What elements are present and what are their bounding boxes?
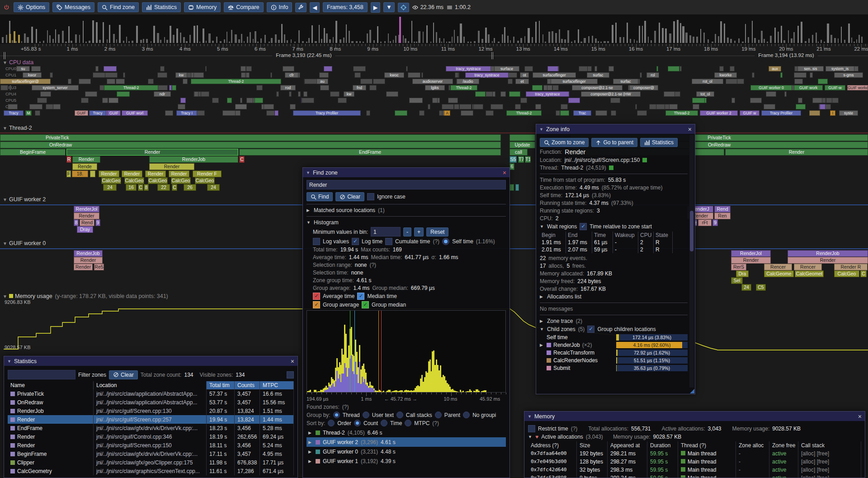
cpu-zone-chip[interactable] bbox=[610, 98, 620, 103]
cpu-zone-chip[interactable] bbox=[264, 104, 274, 109]
radio-thread[interactable] bbox=[333, 412, 340, 418]
zone-chip[interactable]: CalcGeo bbox=[124, 177, 144, 184]
cpu-zone-chip[interactable] bbox=[693, 104, 699, 109]
memory-col-header-size[interactable]: Size bbox=[577, 441, 608, 450]
found-zone-row[interactable]: ▶GUIF worker 2(3,296)4.61 s bbox=[307, 437, 506, 447]
radio-parent[interactable] bbox=[435, 412, 442, 418]
cpu-zone-chip[interactable] bbox=[515, 104, 521, 109]
radio-user-text[interactable] bbox=[363, 412, 369, 418]
alloc-call-stack[interactable]: [alloc] [free] bbox=[798, 466, 861, 474]
radio-order[interactable] bbox=[328, 420, 335, 426]
wait-col-header[interactable]: Begin bbox=[540, 232, 566, 239]
cpu-zone-chip[interactable] bbox=[752, 72, 755, 78]
zone-chip[interactable]: T1 bbox=[525, 156, 531, 163]
stats-col-header-name[interactable]: Name bbox=[8, 381, 94, 389]
wait-regions-header[interactable]: Wait regions bbox=[547, 223, 577, 230]
zone-chip[interactable]: Render bbox=[99, 170, 119, 177]
cpu-zone-chip[interactable]: Thread-2 bbox=[665, 110, 698, 116]
zone-chip[interactable]: 24 bbox=[741, 284, 751, 291]
cpu-zone-chip[interactable]: Thread-2 bbox=[506, 110, 542, 116]
stats-row-name[interactable]: RenderJob bbox=[8, 407, 94, 415]
cpu-zone-chip[interactable] bbox=[395, 110, 407, 116]
cpu-zone-chip[interactable] bbox=[692, 98, 705, 103]
cpu-zone-chip[interactable] bbox=[547, 66, 558, 71]
cpu-zone-chip[interactable] bbox=[222, 110, 236, 116]
thread-header-guif-worker-0[interactable]: ▼GUIF worker 0 bbox=[3, 240, 46, 246]
thread-header-thread-2[interactable]: ▼Thread-2 bbox=[3, 125, 32, 131]
cpu-zone-chip[interactable] bbox=[611, 110, 616, 116]
scrollbar-thumb[interactable] bbox=[690, 211, 693, 251]
stats-row-location[interactable]: jni/../jni/src/guif/Screen.cpp:257 bbox=[94, 415, 207, 424]
cpu-zone-chip[interactable]: I bbox=[830, 110, 835, 116]
cpu-data-header[interactable]: ▼CPU data bbox=[3, 59, 33, 66]
cpu-zone-chip[interactable] bbox=[491, 104, 503, 109]
alloc-address[interactable]: 0x7dfc42d640 bbox=[528, 466, 577, 474]
zone-chip[interactable]: rFt bbox=[698, 219, 712, 226]
zone-chip[interactable] bbox=[515, 184, 519, 191]
zone-chip[interactable]: Render bbox=[788, 257, 868, 264]
stats-row-mtpc[interactable]: 15.56 ms bbox=[260, 398, 294, 407]
cpu-zone-chip[interactable]: GUIF bbox=[107, 110, 121, 116]
cpu-zone-chip[interactable]: syste bbox=[839, 110, 858, 116]
cpu-zone-chip[interactable] bbox=[283, 66, 294, 71]
cpu-zone-chip[interactable] bbox=[439, 110, 443, 116]
toggle-log-time[interactable] bbox=[352, 238, 359, 245]
cpu-zone-chip[interactable]: surface bbox=[494, 66, 519, 71]
zone-chip[interactable]: Render bbox=[74, 264, 93, 270]
group-children-checkbox[interactable] bbox=[587, 326, 594, 333]
cpu-zone-chip[interactable]: system_is bbox=[826, 66, 854, 71]
scrollbar[interactable] bbox=[689, 135, 694, 388]
expand-icon[interactable]: ▶ bbox=[308, 431, 313, 435]
cpu-zone-chip[interactable] bbox=[640, 72, 642, 78]
cpu-zone-chip[interactable] bbox=[656, 66, 658, 71]
cpu-zone-chip[interactable] bbox=[679, 66, 682, 71]
cpu-zone-chip[interactable] bbox=[520, 98, 527, 103]
wait-col-header[interactable]: State bbox=[654, 232, 673, 239]
cpu-zone-chip[interactable] bbox=[35, 110, 40, 116]
zone-chip[interactable]: Render bbox=[72, 156, 100, 163]
cpu-zone-chip[interactable] bbox=[635, 104, 637, 109]
cpu-zone-chip[interactable] bbox=[197, 110, 205, 116]
cpu-zone-chip[interactable]: tracy_systrace bbox=[446, 66, 491, 71]
zone-chip[interactable]: 16 bbox=[126, 184, 137, 191]
cpu-zone-chip[interactable]: surfac bbox=[587, 72, 609, 78]
cpu-zone-chip[interactable] bbox=[276, 91, 279, 97]
cpu-zone-chip[interactable] bbox=[369, 85, 377, 90]
cpu-zone-chip[interactable] bbox=[668, 66, 679, 71]
reset-button[interactable]: Reset bbox=[426, 227, 448, 237]
cpu-zone-chip[interactable]: GUIF worker bbox=[847, 85, 868, 90]
stats-row-mtpc[interactable]: 69.24 µs bbox=[260, 432, 294, 441]
wait-col-header[interactable]: Time bbox=[592, 232, 613, 239]
stats-row-name[interactable]: EndFrame bbox=[8, 424, 94, 432]
found-zones-help[interactable]: (?) bbox=[342, 404, 349, 410]
cpu-zone-chip[interactable] bbox=[421, 72, 423, 78]
cpu-zone-chip[interactable] bbox=[29, 104, 42, 109]
zone-chip[interactable]: Rend bbox=[80, 219, 94, 226]
cpu-zone-chip[interactable] bbox=[428, 104, 430, 109]
jump-down-button[interactable]: ▼ bbox=[383, 2, 394, 12]
stats-row-count[interactable]: 3,457 bbox=[235, 398, 260, 407]
alloc-address[interactable]: 0x7dfaa64e00 bbox=[528, 450, 577, 458]
cpu-zone-chip[interactable] bbox=[330, 91, 340, 97]
child-zone-row[interactable]: Self time172.14 µs (3.83%) bbox=[540, 334, 688, 341]
zone-chip[interactable] bbox=[509, 134, 535, 141]
zone-chip[interactable]: T7 bbox=[518, 156, 524, 163]
zone-chip[interactable]: Sel bbox=[731, 277, 743, 284]
go-to-parent-button[interactable]: Go to parent bbox=[591, 138, 637, 147]
zone-chip[interactable]: R bbox=[66, 156, 71, 163]
zone-chip[interactable]: C bbox=[860, 270, 867, 277]
cpu-zone-chip[interactable]: kw bbox=[344, 91, 354, 97]
cpu-zone-chip[interactable] bbox=[93, 72, 105, 78]
cpu-zone-chip[interactable]: Thread-2 bbox=[450, 85, 477, 90]
stats-row-count[interactable]: 3,457 bbox=[235, 389, 260, 398]
cpu-zone-chip[interactable] bbox=[664, 91, 675, 97]
collapse-icon[interactable]: ▼ bbox=[528, 414, 532, 419]
cpu-zone-chip[interactable] bbox=[508, 79, 513, 84]
zone-chip[interactable]: Render bbox=[169, 170, 189, 177]
clear-filter-button[interactable]: Clear bbox=[109, 370, 138, 379]
cpu-zone-chip[interactable] bbox=[205, 66, 207, 71]
zone-chip[interactable]: Rencer bbox=[794, 264, 822, 270]
cpu-zone-chip[interactable]: tot_ol bbox=[696, 91, 714, 97]
cpu-zone-chip[interactable]: tracy_systrace bbox=[526, 91, 569, 97]
zone-chip[interactable]: 24 bbox=[207, 184, 220, 191]
